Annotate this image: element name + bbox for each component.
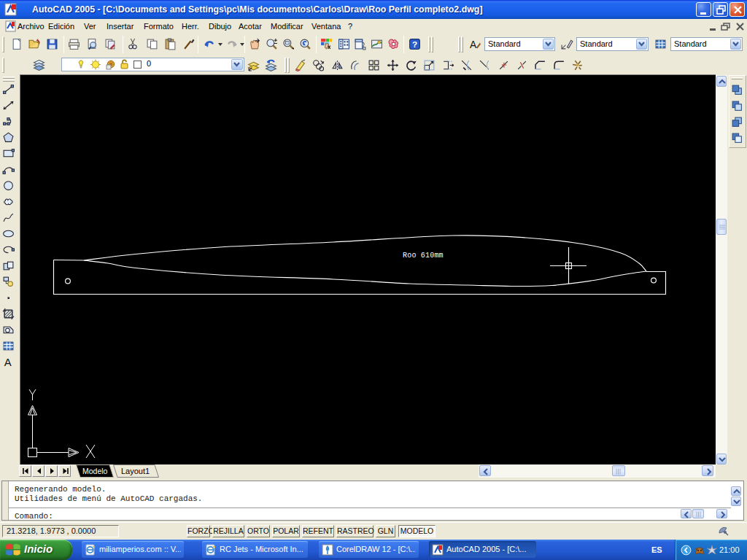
svg-text:A: A: [470, 39, 477, 50]
svg-text:Roo 610mm: Roo 610mm: [403, 252, 444, 260]
svg-text:Modelo: Modelo: [82, 467, 108, 475]
svg-text:?: ?: [412, 39, 417, 49]
svg-text:A: A: [4, 357, 12, 368]
svg-text:Layout1: Layout1: [121, 467, 150, 475]
